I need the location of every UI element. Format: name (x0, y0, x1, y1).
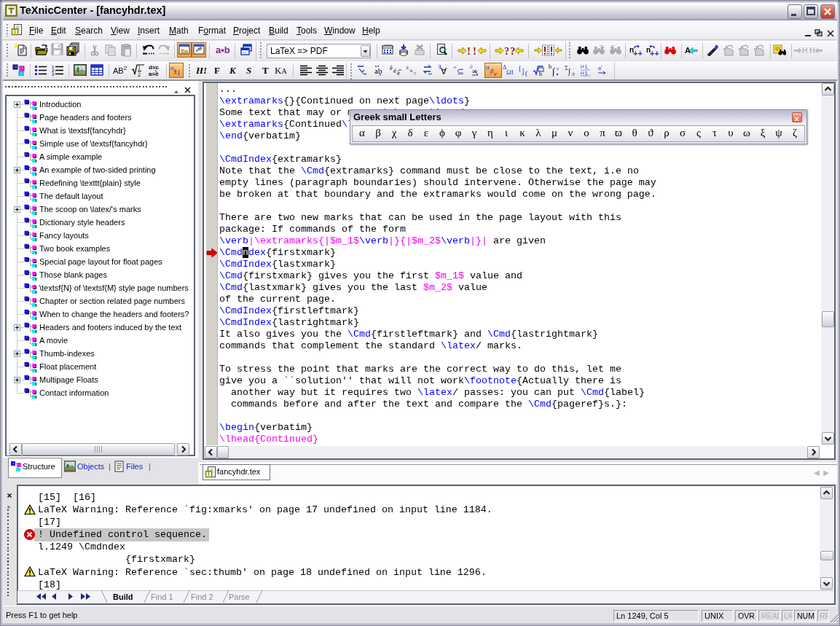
svg-text:H: H (802, 46, 807, 55)
svg-text:T: T (13, 28, 17, 35)
svg-text:∀: ∀ (441, 66, 447, 77)
svg-text:i+1: i+1 (581, 64, 588, 69)
svg-text:H: H (809, 46, 815, 55)
svg-text:a: a (557, 66, 560, 71)
svg-text:3: 3 (52, 72, 55, 76)
svg-text:]: ] (522, 67, 524, 75)
svg-text:!: ! (473, 45, 476, 57)
svg-text:a': a' (598, 64, 602, 71)
svg-text:(: ( (525, 69, 528, 77)
svg-text:é: é (393, 67, 396, 74)
svg-text:∫: ∫ (568, 67, 571, 76)
svg-text:∫: ∫ (177, 69, 181, 76)
svg-text:b: b (539, 71, 542, 77)
svg-text:?: ? (510, 45, 516, 57)
svg-text:ê: ê (390, 64, 393, 71)
svg-text:2: 2 (138, 71, 141, 77)
svg-text:++: ++ (633, 49, 643, 57)
svg-text:!: ! (467, 45, 471, 57)
svg-text:ε: ε (454, 64, 456, 70)
svg-text:1: 1 (138, 65, 141, 71)
svg-text:ΩI: ΩI (506, 69, 514, 76)
svg-text:++: ++ (650, 49, 659, 57)
svg-text:÷: ÷ (413, 70, 417, 77)
svg-text:b: b (549, 64, 552, 70)
svg-text:T: T (207, 471, 211, 477)
svg-text:?: ? (504, 45, 509, 57)
svg-text:π: π (572, 71, 575, 77)
svg-text:d=c: d=c (149, 64, 160, 71)
svg-text:⊆: ⊆ (457, 66, 464, 77)
svg-text:∫: ∫ (552, 66, 556, 77)
svg-text:α: α (486, 64, 490, 71)
svg-text:i+1: i+1 (581, 71, 588, 76)
svg-text:ab: ab (374, 66, 382, 75)
svg-text:∞: ∞ (472, 67, 477, 75)
svg-text:γ: γ (494, 70, 497, 76)
